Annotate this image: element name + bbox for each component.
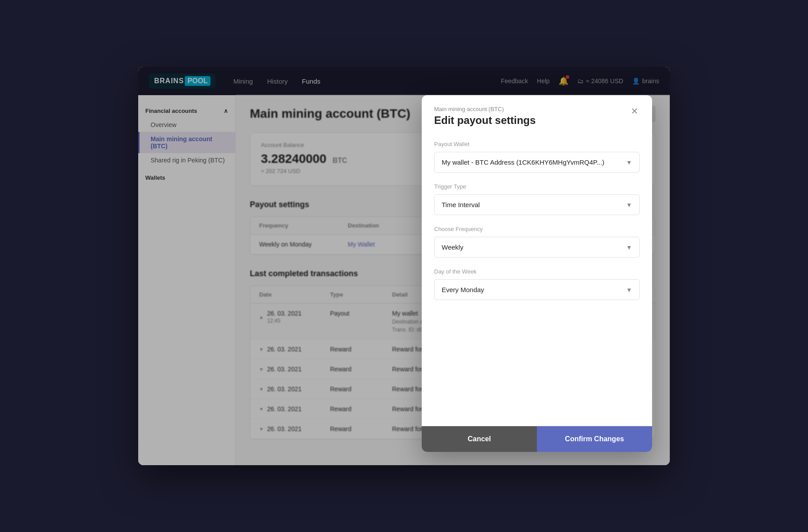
trigger-type-field: Trigger Type Time Interval ▼: [434, 183, 640, 215]
day-of-week-label: Day of the Week: [434, 268, 640, 275]
modal-header: Main mining account (BTC) Edit payout se…: [422, 95, 652, 134]
chevron-down-icon: ▼: [626, 201, 632, 208]
frequency-field: Choose Frequency Weekly ▼: [434, 226, 640, 258]
day-of-week-field: Day of the Week Every Monday ▼: [434, 268, 640, 300]
trigger-type-value: Time Interval: [442, 201, 480, 208]
frequency-select[interactable]: Weekly ▼: [434, 237, 640, 258]
trigger-type-select[interactable]: Time Interval ▼: [434, 194, 640, 215]
confirm-changes-button[interactable]: Confirm Changes: [537, 426, 652, 452]
payout-wallet-value: My wallet - BTC Address (1CK6KHY6MHgYvmR…: [442, 158, 604, 166]
modal-overlay[interactable]: Main mining account (BTC) Edit payout se…: [138, 67, 670, 465]
payout-wallet-label: Payout Wallet: [434, 141, 640, 147]
day-of-week-value: Every Monday: [442, 286, 484, 293]
chevron-down-icon: ▼: [626, 159, 632, 166]
payout-wallet-select[interactable]: My wallet - BTC Address (1CK6KHY6MHgYvmR…: [434, 152, 640, 173]
frequency-label: Choose Frequency: [434, 226, 640, 232]
chevron-down-icon: ▼: [626, 286, 632, 293]
chevron-down-icon: ▼: [626, 244, 632, 251]
day-of-week-select[interactable]: Every Monday ▼: [434, 279, 640, 300]
edit-payout-modal: Main mining account (BTC) Edit payout se…: [422, 95, 652, 452]
cancel-button[interactable]: Cancel: [422, 426, 537, 452]
close-button[interactable]: ✕: [627, 104, 641, 118]
modal-body: Payout Wallet My wallet - BTC Address (1…: [422, 134, 652, 426]
modal-subtitle: Main mining account (BTC): [434, 106, 640, 112]
frequency-value: Weekly: [442, 243, 463, 251]
trigger-type-label: Trigger Type: [434, 183, 640, 190]
payout-wallet-field: Payout Wallet My wallet - BTC Address (1…: [434, 141, 640, 173]
modal-title: Edit payout settings: [434, 114, 640, 127]
modal-footer: Cancel Confirm Changes: [422, 426, 652, 452]
